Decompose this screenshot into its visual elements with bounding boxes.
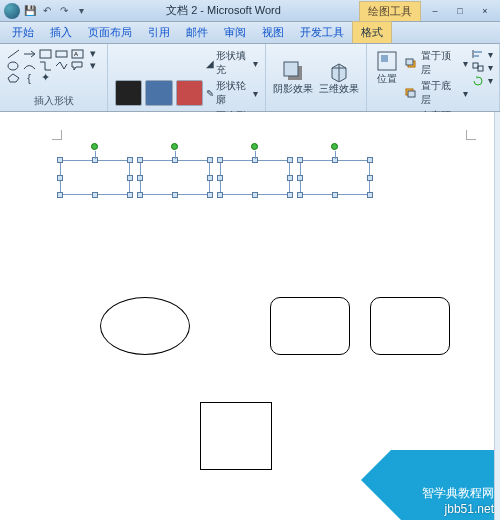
- resize-handle[interactable]: [252, 192, 258, 198]
- qat-redo-icon[interactable]: ↷: [57, 4, 71, 18]
- selected-shape[interactable]: [60, 160, 130, 195]
- shape-fill-button[interactable]: ◢形状填充▾: [206, 49, 258, 77]
- resize-handle[interactable]: [137, 157, 143, 163]
- shape-poly-icon[interactable]: [6, 72, 20, 83]
- rotate-handle[interactable]: [331, 143, 338, 150]
- resize-handle[interactable]: [207, 157, 213, 163]
- resize-handle[interactable]: [287, 192, 293, 198]
- resize-handle[interactable]: [297, 157, 303, 163]
- rotate-handle[interactable]: [91, 143, 98, 150]
- resize-handle[interactable]: [297, 175, 303, 181]
- resize-handle[interactable]: [207, 175, 213, 181]
- align-button[interactable]: ▾: [472, 48, 493, 61]
- resize-handle[interactable]: [332, 192, 338, 198]
- tab-home[interactable]: 开始: [4, 22, 42, 43]
- style-swatch-3[interactable]: [176, 80, 203, 106]
- tab-developer[interactable]: 开发工具: [292, 22, 352, 43]
- shape-more2-icon[interactable]: ▾: [86, 60, 100, 71]
- shadow-icon: [282, 60, 304, 82]
- resize-handle[interactable]: [287, 157, 293, 163]
- shape-star-icon[interactable]: ✦: [38, 72, 52, 83]
- group-icon: [472, 62, 485, 73]
- resize-handle[interactable]: [217, 175, 223, 181]
- shape-brace-icon[interactable]: {: [22, 72, 36, 83]
- ribbon-tabs: 开始 插入 页面布局 引用 邮件 审阅 视图 开发工具 格式: [0, 22, 500, 44]
- style-swatch-2[interactable]: [145, 80, 172, 106]
- shape-rect[interactable]: [200, 402, 272, 470]
- shapes-gallery[interactable]: A ▾ ▾ { ✦: [4, 46, 103, 85]
- rotate-handle[interactable]: [171, 143, 178, 150]
- back-icon: [405, 88, 418, 99]
- group-insert-shapes: A ▾ ▾ { ✦ 插入形状: [0, 44, 108, 111]
- shape-rect-icon[interactable]: [38, 48, 52, 59]
- qat-more-icon[interactable]: ▾: [74, 4, 88, 18]
- close-button[interactable]: ×: [474, 4, 496, 18]
- shape-freeform-icon[interactable]: [54, 60, 68, 71]
- resize-handle[interactable]: [287, 175, 293, 181]
- selected-shape[interactable]: [220, 160, 290, 195]
- shape-outline-button[interactable]: ✎形状轮廓▾: [206, 79, 258, 107]
- resize-handle[interactable]: [367, 175, 373, 181]
- rotate-handle[interactable]: [251, 143, 258, 150]
- shadow-effect-button[interactable]: 阴影效果: [270, 58, 316, 98]
- group-shape-styles: ◢形状填充▾ ✎形状轮廓▾ ◇更改形状▾ 形状样式: [108, 44, 266, 111]
- resize-handle[interactable]: [127, 192, 133, 198]
- send-back-button[interactable]: 置于底层▾: [405, 78, 468, 108]
- resize-handle[interactable]: [127, 175, 133, 181]
- shape-roundrect[interactable]: [370, 297, 450, 355]
- qat-undo-icon[interactable]: ↶: [40, 4, 54, 18]
- shape-ellipse-icon[interactable]: [6, 60, 20, 71]
- tab-insert[interactable]: 插入: [42, 22, 80, 43]
- context-tab-drawing[interactable]: 绘图工具: [359, 1, 421, 21]
- document-canvas[interactable]: 智学典教程网 jbb51.net: [0, 112, 500, 520]
- resize-handle[interactable]: [172, 192, 178, 198]
- group-button[interactable]: ▾: [472, 61, 493, 74]
- qat-save-icon[interactable]: 💾: [23, 4, 37, 18]
- resize-handle[interactable]: [127, 157, 133, 163]
- tab-review[interactable]: 审阅: [216, 22, 254, 43]
- rotate-button[interactable]: ▾: [472, 74, 493, 87]
- tab-layout[interactable]: 页面布局: [80, 22, 140, 43]
- shape-elbow-icon[interactable]: [38, 60, 52, 71]
- vertical-scrollbar[interactable]: [494, 112, 500, 520]
- shape-ellipse[interactable]: [100, 297, 190, 355]
- bring-front-button[interactable]: 置于顶层▾: [405, 48, 468, 78]
- tab-references[interactable]: 引用: [140, 22, 178, 43]
- shape-roundrect[interactable]: [270, 297, 350, 355]
- tab-mailings[interactable]: 邮件: [178, 22, 216, 43]
- selected-shape[interactable]: [300, 160, 370, 195]
- max-button[interactable]: □: [449, 4, 471, 18]
- resize-handle[interactable]: [137, 175, 143, 181]
- align-icon: [472, 49, 485, 60]
- shape-rect2-icon[interactable]: [54, 48, 68, 59]
- resize-handle[interactable]: [57, 175, 63, 181]
- resize-handle[interactable]: [367, 192, 373, 198]
- group-arrange: 位置 置于顶层▾ 置于底层▾ 文字环绕▾ ▾ ▾ ▾ 排列: [367, 44, 500, 111]
- resize-handle[interactable]: [367, 157, 373, 163]
- window-title: 文档 2 - Microsoft Word: [91, 3, 356, 18]
- shape-textbox-icon[interactable]: A: [70, 48, 84, 59]
- tab-format[interactable]: 格式: [352, 21, 392, 43]
- shape-callout-icon[interactable]: [70, 60, 84, 71]
- resize-handle[interactable]: [217, 192, 223, 198]
- tab-view[interactable]: 视图: [254, 22, 292, 43]
- group-label-insert-shapes: 插入形状: [4, 94, 103, 109]
- office-orb[interactable]: [4, 3, 20, 19]
- shape-curve-icon[interactable]: [22, 60, 36, 71]
- resize-handle[interactable]: [57, 192, 63, 198]
- 3d-effect-button[interactable]: 三维效果: [316, 58, 362, 98]
- min-button[interactable]: –: [424, 4, 446, 18]
- shape-arrow-icon[interactable]: [22, 48, 36, 59]
- resize-handle[interactable]: [217, 157, 223, 163]
- resize-handle[interactable]: [137, 192, 143, 198]
- shape-line-icon[interactable]: [6, 48, 20, 59]
- selected-shape[interactable]: [140, 160, 210, 195]
- resize-handle[interactable]: [297, 192, 303, 198]
- resize-handle[interactable]: [92, 192, 98, 198]
- svg-rect-21: [473, 63, 478, 68]
- resize-handle[interactable]: [57, 157, 63, 163]
- resize-handle[interactable]: [207, 192, 213, 198]
- svg-text:A: A: [74, 51, 78, 57]
- shape-more1-icon[interactable]: ▾: [86, 48, 100, 59]
- style-swatch-1[interactable]: [115, 80, 142, 106]
